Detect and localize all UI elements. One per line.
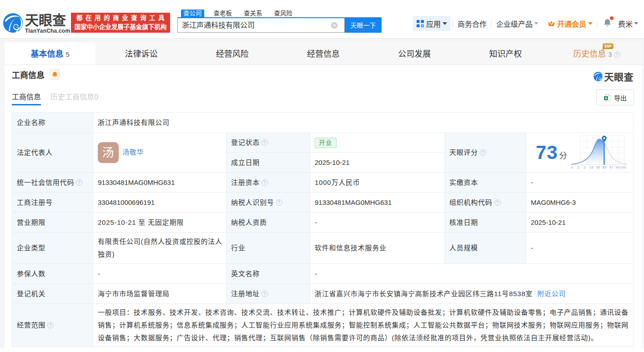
svg-text:100: 100 [620, 166, 626, 169]
svg-text:50: 50 [596, 166, 600, 169]
svg-text:0: 0 [571, 166, 573, 169]
svg-text:3: 3 [584, 166, 586, 169]
svg-text:1: 1 [578, 166, 580, 169]
svg-text:85: 85 [603, 166, 607, 169]
svg-text:97: 97 [609, 166, 614, 169]
svg-text:15: 15 [589, 166, 594, 169]
svg-text:99: 99 [616, 166, 620, 169]
